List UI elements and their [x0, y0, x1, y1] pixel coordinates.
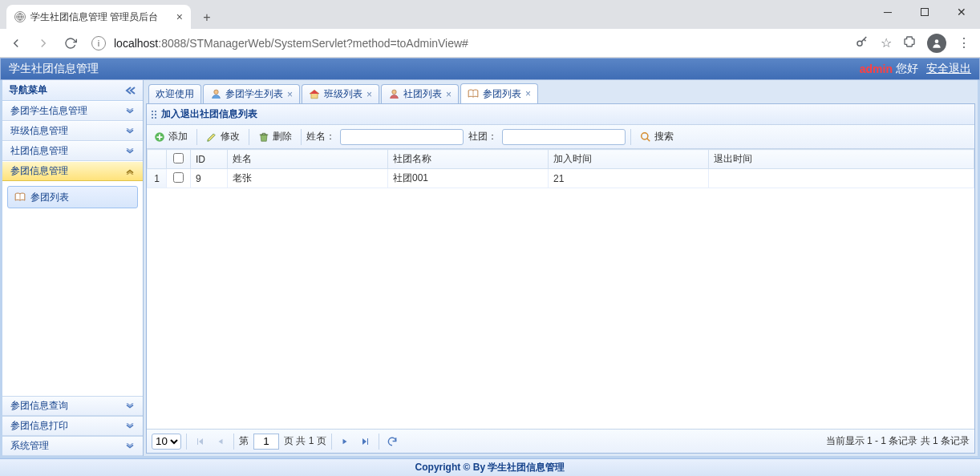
plus-icon	[154, 131, 165, 143]
sidebar: 导航菜单 参团学生信息管理 班级信息管理 社团信息管理	[2, 80, 144, 456]
add-button[interactable]: 添加	[150, 127, 192, 146]
menu-icon[interactable]: ⋮	[958, 35, 970, 50]
sidebar-item-club-manage[interactable]: 社团信息管理	[2, 141, 143, 161]
sidebar-item-join-print[interactable]: 参团信息打印	[2, 416, 143, 436]
col-join[interactable]: 加入时间	[549, 150, 709, 169]
table-row[interactable]: 1 9 老张 社团001 21	[148, 169, 974, 188]
page-input[interactable]	[253, 434, 279, 450]
svg-point-6	[642, 132, 648, 139]
last-page-button[interactable]	[358, 434, 374, 450]
forward-button[interactable]	[32, 32, 55, 54]
separator	[249, 129, 249, 145]
sidebar-item-join-manage[interactable]: 参团信息管理	[2, 161, 143, 181]
browser-tab[interactable]: 学生社团信息管理 管理员后台 ×	[6, 5, 191, 29]
close-icon[interactable]: ×	[366, 89, 372, 100]
book-icon	[14, 192, 26, 203]
cell-name: 老张	[228, 169, 388, 188]
name-input[interactable]	[340, 129, 464, 145]
tab-club-list[interactable]: 社团列表 ×	[381, 84, 459, 103]
close-icon[interactable]: ×	[176, 10, 183, 23]
separator	[630, 129, 631, 145]
house-icon	[309, 89, 320, 100]
close-icon[interactable]: ×	[525, 88, 531, 99]
col-id[interactable]: ID	[191, 150, 228, 169]
app-title: 学生社团信息管理	[9, 62, 99, 76]
sidebar-item-class-manage[interactable]: 班级信息管理	[2, 121, 143, 141]
prev-page-button[interactable]	[213, 434, 229, 450]
app-header: 学生社团信息管理 admin 您好 安全退出	[0, 58, 980, 80]
separator	[233, 434, 234, 450]
main-content: 欢迎使用 参团学生列表 × 班级列表 × 社团列表 ×	[144, 80, 978, 456]
page-prefix: 第	[239, 434, 249, 448]
sidebar-subitem-join-list[interactable]: 参团列表	[7, 186, 138, 208]
separator	[186, 434, 187, 450]
panel: 加入退出社团信息列表 添加 修改 删除	[146, 103, 975, 454]
reload-button[interactable]	[59, 32, 82, 54]
chevron-down-icon	[125, 146, 135, 157]
address-bar[interactable]: localhost:8088/STManagerWeb/SystemServle…	[111, 37, 850, 50]
row-checkbox[interactable]	[173, 172, 184, 183]
first-page-button[interactable]	[192, 434, 208, 450]
grip-icon	[152, 111, 156, 119]
panel-title: 加入退出社团信息列表	[147, 104, 974, 125]
svg-point-4	[391, 90, 395, 94]
tab-join-list[interactable]: 参团列表 ×	[460, 83, 538, 103]
select-all-checkbox[interactable]	[173, 153, 184, 163]
footer: Copyright © By 学生社团信息管理	[0, 458, 980, 476]
window-minimize-button[interactable]: ─	[869, 0, 906, 24]
edit-button[interactable]: 修改	[202, 127, 244, 146]
refresh-button[interactable]	[384, 434, 400, 450]
pencil-icon	[206, 131, 217, 143]
svg-point-2	[935, 39, 939, 43]
club-input[interactable]	[502, 129, 626, 145]
logout-link[interactable]: 安全退出	[926, 62, 971, 76]
close-icon[interactable]: ×	[287, 89, 293, 100]
search-button[interactable]: 搜索	[636, 127, 678, 146]
sidebar-item-system-manage[interactable]: 系统管理	[2, 436, 143, 456]
bookmark-star-icon[interactable]: ☆	[881, 35, 892, 50]
cell-index: 1	[148, 169, 167, 188]
chevron-down-icon	[125, 106, 135, 117]
sidebar-item-student-manage[interactable]: 参团学生信息管理	[2, 101, 143, 121]
chevron-down-icon	[125, 401, 135, 412]
club-label: 社团：	[468, 130, 497, 143]
cell-quit	[709, 169, 974, 188]
user-icon	[388, 89, 399, 100]
collapse-icon[interactable]	[125, 87, 136, 95]
window-maximize-button[interactable]	[906, 0, 943, 24]
table-header-row: ID 姓名 社团名称 加入时间 退出时间	[148, 150, 974, 169]
browser-tabstrip: 学生社团信息管理 管理员后台 × + ─ ✕	[0, 0, 980, 29]
trash-icon	[258, 131, 269, 143]
name-label: 姓名：	[306, 130, 335, 143]
cell-join: 21	[549, 169, 709, 188]
key-icon[interactable]	[855, 34, 869, 52]
tab-student-list[interactable]: 参团学生列表 ×	[203, 84, 300, 103]
sidebar-title: 导航菜单	[2, 80, 143, 101]
site-info-icon[interactable]: i	[91, 36, 106, 50]
next-page-button[interactable]	[337, 434, 353, 450]
sidebar-item-join-query[interactable]: 参团信息查询	[2, 396, 143, 416]
book-icon	[468, 88, 479, 99]
col-quit[interactable]: 退出时间	[709, 150, 974, 169]
tab-welcome[interactable]: 欢迎使用	[148, 84, 201, 103]
chevron-down-icon	[125, 421, 135, 432]
data-grid: ID 姓名 社团名称 加入时间 退出时间 1 9	[147, 149, 974, 429]
page-size-select[interactable]: 10	[152, 434, 181, 450]
extensions-icon[interactable]	[903, 35, 916, 51]
browser-tab-title: 学生社团信息管理 管理员后台	[30, 10, 172, 24]
window-controls: ─ ✕	[869, 0, 980, 24]
delete-button[interactable]: 删除	[254, 127, 296, 146]
chevron-down-icon	[125, 441, 135, 452]
search-icon	[640, 131, 651, 143]
window-close-button[interactable]: ✕	[943, 0, 980, 24]
profile-avatar-icon[interactable]	[927, 34, 946, 53]
close-icon[interactable]: ×	[446, 89, 452, 100]
col-name[interactable]: 姓名	[228, 150, 388, 169]
browser-toolbar: i localhost:8088/STManagerWeb/SystemServ…	[0, 29, 980, 58]
col-club[interactable]: 社团名称	[388, 150, 549, 169]
tab-class-list[interactable]: 班级列表 ×	[302, 84, 379, 103]
cell-club: 社团001	[388, 169, 549, 188]
back-button[interactable]	[5, 32, 27, 54]
col-index	[148, 150, 167, 169]
new-tab-button[interactable]: +	[196, 6, 218, 29]
